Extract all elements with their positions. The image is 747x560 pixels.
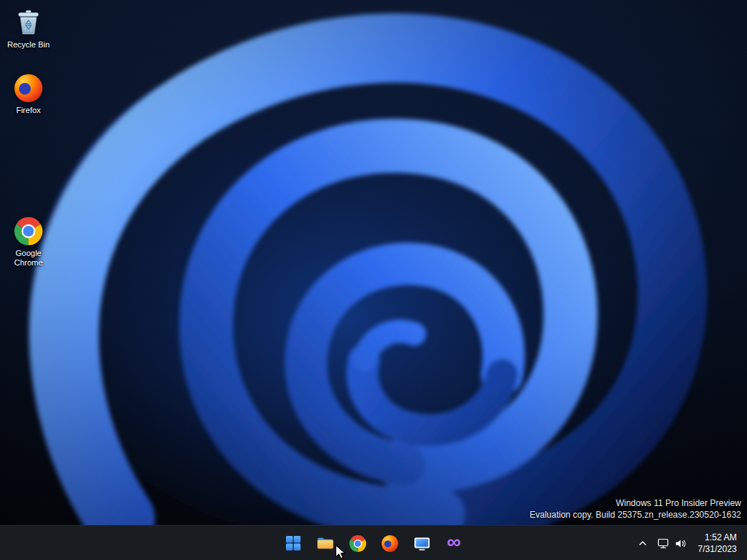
taskbar-firefox-button[interactable] — [375, 529, 404, 558]
taskbar-media-app-button[interactable] — [407, 529, 436, 558]
desktop-icon-google-chrome[interactable]: Google Chrome — [0, 216, 57, 268]
network-icon — [657, 538, 670, 549]
taskbar-center-group: ∞ — [279, 526, 468, 560]
taskbar-chrome-button[interactable] — [343, 529, 372, 558]
windows-logo-icon — [285, 535, 301, 551]
tray-date: 7/31/2023 — [698, 543, 737, 555]
folder-icon — [316, 534, 335, 553]
watermark-line2: Evaluation copy. Build 25375.zn_release.… — [530, 509, 741, 521]
firefox-icon — [381, 534, 399, 553]
tray-chevron-button[interactable] — [633, 530, 652, 556]
chrome-icon — [349, 534, 367, 553]
chrome-icon — [13, 216, 44, 246]
screen: Recycle Bin Firefox Google Chrome Window… — [0, 0, 747, 560]
tray-time: 1:52 AM — [705, 532, 737, 543]
desktop-icon-firefox[interactable]: Firefox — [0, 73, 57, 115]
watermark-line1: Windows 11 Pro Insider Preview — [530, 497, 741, 509]
evaluation-watermark: Windows 11 Pro Insider Preview Evaluatio… — [530, 497, 741, 521]
start-button[interactable] — [279, 529, 308, 558]
chevron-up-icon — [638, 540, 647, 547]
monitor-app-icon — [413, 534, 431, 553]
desktop-icon-label: Recycle Bin — [7, 40, 50, 50]
volume-icon — [675, 538, 687, 549]
taskbar: ∞ 1:52 AM — [0, 525, 747, 560]
desktop-icon-label: Firefox — [16, 106, 41, 115]
firefox-icon — [13, 73, 44, 104]
wallpaper-bloom — [0, 0, 747, 525]
tray-clock-button[interactable]: 1:52 AM 7/31/2023 — [692, 529, 746, 558]
recycle-bin-icon — [12, 6, 44, 38]
taskbar-tray: 1:52 AM 7/31/2023 — [633, 526, 746, 560]
visual-studio-icon: ∞ — [446, 532, 460, 552]
tray-network-volume-button[interactable] — [652, 530, 692, 556]
desktop-icon-label: Google Chrome — [2, 249, 55, 268]
taskbar-visual-studio-button[interactable]: ∞ — [439, 529, 468, 558]
desktop-surface[interactable]: Recycle Bin Firefox Google Chrome Window… — [0, 0, 747, 525]
mouse-cursor — [335, 545, 347, 560]
desktop-icon-recycle-bin[interactable]: Recycle Bin — [0, 6, 57, 50]
